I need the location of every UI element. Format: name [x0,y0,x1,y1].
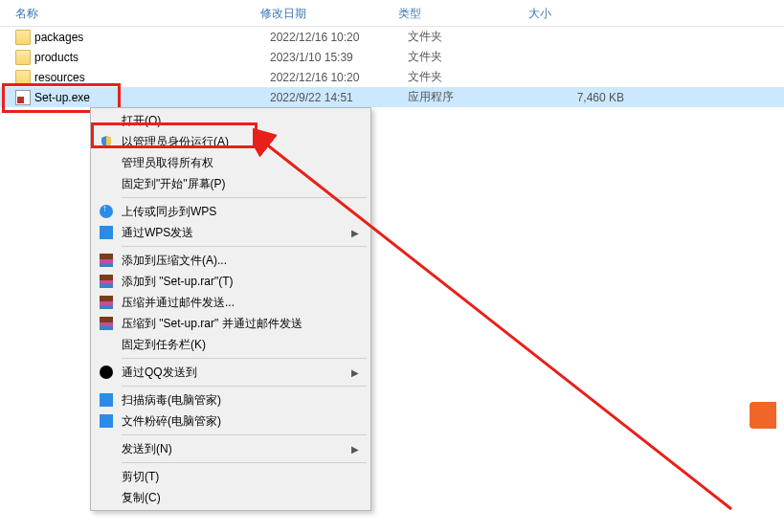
exe-icon [15,90,31,105]
folder-icon [15,30,31,45]
rar-icon [97,253,116,268]
file-type: 文件夹 [408,29,538,45]
pcmgr-icon [97,392,116,408]
menu-compress-email[interactable]: 压缩并通过邮件发送... [93,292,369,313]
rar-icon [97,316,116,331]
context-menu: 打开(O) 以管理员身份运行(A) 管理员取得所有权 固定到"开始"屏幕(P) … [90,107,371,511]
rar-icon [97,295,116,310]
file-name: Set-up.exe [34,91,270,104]
chevron-right-icon: ▶ [351,367,359,378]
menu-wps-upload[interactable]: 上传或同步到WPS [93,201,369,222]
file-type: 应用程序 [408,89,538,105]
folder-icon [15,50,31,65]
menu-take-ownership[interactable]: 管理员取得所有权 [93,152,369,173]
menu-separator [122,386,367,387]
file-type: 文件夹 [408,49,538,65]
rar-icon [97,274,116,289]
menu-add-setup-rar[interactable]: 添加到 "Set-up.rar"(T) [93,271,369,292]
menu-run-as-admin[interactable]: 以管理员身份运行(A) [93,131,369,152]
file-row[interactable]: Set-up.exe2022/9/22 14:51应用程序7,460 KB [0,87,784,107]
file-row[interactable]: products2023/1/10 15:39文件夹 [0,47,784,67]
file-date: 2022/12/16 10:20 [270,71,408,84]
qq-icon [97,365,116,380]
menu-pin-taskbar[interactable]: 固定到任务栏(K) [93,334,369,355]
file-name: resources [34,71,270,84]
header-date[interactable]: 修改日期 [257,0,394,26]
header-name[interactable]: 名称 [0,0,257,26]
file-date: 2022/9/22 14:51 [270,91,408,104]
shield-icon [97,134,116,149]
menu-pin-start[interactable]: 固定到"开始"屏幕(P) [93,173,369,194]
header-type[interactable]: 类型 [394,0,525,26]
chevron-right-icon: ▶ [351,444,359,454]
file-name: products [34,51,270,64]
menu-compress-setup-email[interactable]: 压缩到 "Set-up.rar" 并通过邮件发送 [93,313,369,334]
header-size[interactable]: 大小 [525,0,620,26]
menu-cut[interactable]: 剪切(T) [93,466,369,487]
column-header: 名称 修改日期 类型 大小 [0,0,784,27]
chevron-right-icon: ▶ [351,228,359,238]
file-row[interactable]: resources2022/12/16 10:20文件夹 [0,67,784,87]
menu-wps-send[interactable]: 通过WPS发送▶ [93,222,369,243]
file-date: 2022/12/16 10:20 [270,31,408,44]
menu-scan-virus[interactable]: 扫描病毒(电脑管家) [93,389,369,410]
menu-separator [122,462,367,463]
file-list: packages2022/12/16 10:20文件夹products2023/… [0,27,784,107]
menu-separator [122,434,367,435]
wps-send-icon [97,225,116,240]
menu-separator [122,358,367,359]
menu-open[interactable]: 打开(O) [93,110,369,131]
menu-send-to[interactable]: 发送到(N)▶ [93,438,369,459]
menu-copy[interactable]: 复制(C) [93,487,369,508]
folder-icon [15,70,31,85]
menu-qq-send[interactable]: 通过QQ发送到▶ [93,362,369,383]
file-row[interactable]: packages2022/12/16 10:20文件夹 [0,27,784,47]
menu-separator [122,246,367,247]
wps-upload-icon [97,204,116,219]
side-badge-icon[interactable] [750,402,776,429]
file-date: 2023/1/10 15:39 [270,51,408,64]
file-type: 文件夹 [408,69,538,85]
menu-add-archive[interactable]: 添加到压缩文件(A)... [93,250,369,271]
menu-file-shred[interactable]: 文件粉碎(电脑管家) [93,410,369,432]
file-name: packages [34,31,270,44]
pcmgr-icon [97,413,116,429]
file-size: 7,460 KB [538,91,624,104]
menu-separator [122,197,367,198]
